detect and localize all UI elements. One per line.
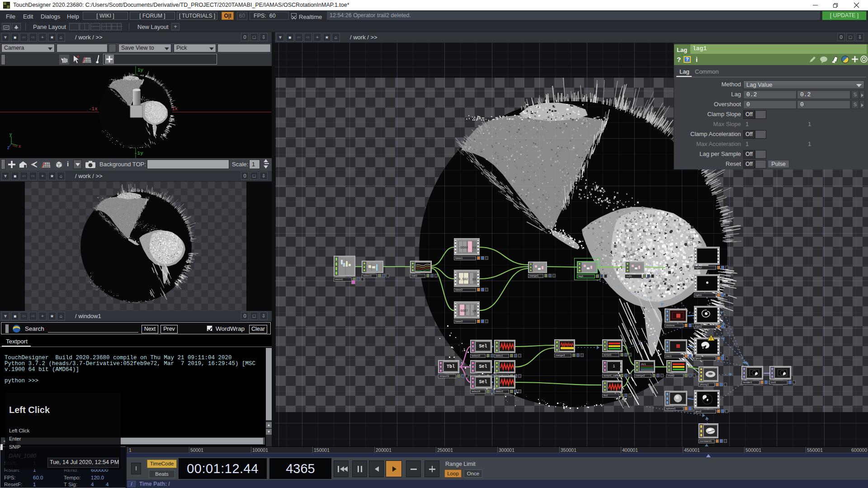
svg-text:x: x: [19, 144, 21, 149]
svg-text:pi: pi: [472, 277, 476, 281]
svg-text:1x: 1x: [172, 106, 178, 112]
svg-text:z: z: [7, 145, 9, 150]
svg-text:-1y: -1y: [134, 150, 143, 156]
svg-text:-1x: -1x: [89, 106, 98, 112]
svg-text:-6680: -6680: [458, 246, 468, 249]
svg-text:!: !: [710, 336, 712, 341]
svg-text:y: y: [9, 132, 12, 137]
svg-text:1y: 1y: [137, 67, 144, 73]
svg-text:ya: ya: [472, 309, 476, 313]
svg-text:ro: ro: [472, 246, 476, 249]
svg-text:9.592: 9.592: [458, 277, 468, 281]
svg-text:AV1: AV1: [641, 363, 646, 366]
svg-text:-6667: -6667: [458, 309, 468, 313]
